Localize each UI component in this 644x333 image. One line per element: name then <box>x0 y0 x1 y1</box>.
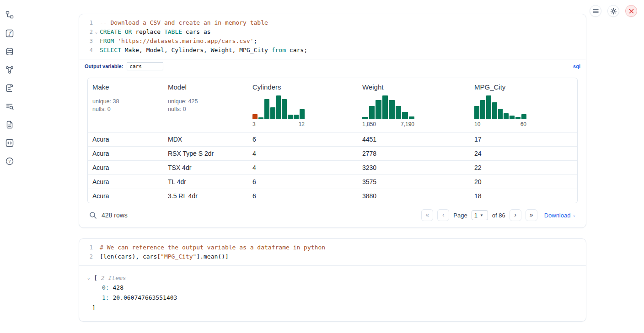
code-line[interactable]: 2[len(cars), cars["MPG_City"].mean()] <box>82 252 582 261</box>
column-header-cylinders[interactable]: Cylinders 3 12 <box>248 78 358 132</box>
table-cell: Acura <box>88 161 163 175</box>
sidebar-item-outline[interactable] <box>5 83 15 93</box>
code-text: -- Download a CSV and create an in-memor… <box>100 18 268 27</box>
cylinders-histogram: 3 12 <box>252 95 305 127</box>
chevron-right-icon: › <box>514 211 516 218</box>
table-cell: 24 <box>470 147 578 161</box>
histogram-bar[interactable] <box>264 99 269 119</box>
sidebar-item-snippets[interactable] <box>5 138 15 148</box>
first-page-button[interactable]: « <box>421 209 433 221</box>
close-button[interactable] <box>625 5 637 17</box>
python-cell: 1# We can reference the output variable … <box>79 238 586 322</box>
column-header-mpg-city[interactable]: MPG_City 10 60 <box>470 78 578 132</box>
table-cell: 2778 <box>358 147 470 161</box>
table-row[interactable]: Acura3.5 RL 4dr6388018 <box>88 189 578 203</box>
last-page-button[interactable]: » <box>526 209 537 221</box>
page-select[interactable]: 1 ▼ <box>472 210 488 220</box>
histogram-bar[interactable] <box>288 115 293 119</box>
python-code-editor[interactable]: 1# We can reference the output variable … <box>79 239 586 266</box>
histogram-bar[interactable] <box>402 112 408 119</box>
code-text: [len(cars), cars["MPG_City"].mean()] <box>100 252 229 261</box>
histogram-bar[interactable] <box>258 117 263 119</box>
histogram-bar[interactable] <box>369 106 375 119</box>
column-header-model[interactable]: Model unique: 425nulls: 0 <box>163 78 248 132</box>
left-sidebar: ƒ <box>5 10 15 166</box>
table-cell: 17 <box>470 132 578 147</box>
table-cell: Acura <box>88 175 163 189</box>
sidebar-item-functions[interactable]: ƒ <box>5 28 15 38</box>
histogram-bar[interactable] <box>474 106 479 119</box>
next-page-button[interactable]: › <box>510 209 521 221</box>
svg-text:?: ? <box>8 159 11 164</box>
code-line[interactable]: 2⌄CREATE OR replace TABLE cars as <box>82 27 582 37</box>
fold-gutter <box>93 37 100 46</box>
file-text-icon <box>5 121 14 129</box>
output-variable-input[interactable] <box>127 62 163 70</box>
histogram-bar[interactable] <box>480 100 485 119</box>
histogram-bar[interactable] <box>515 117 521 119</box>
histogram-bar[interactable] <box>252 114 258 119</box>
table-footer: 428 rows « ‹ Page 1 ▼ of 86 › » Download… <box>87 203 578 227</box>
language-badge: sql <box>573 63 580 69</box>
page-select-value: 1 <box>474 212 478 219</box>
function-icon: ƒ <box>5 29 14 37</box>
column-title: Weight <box>362 83 465 91</box>
histogram-bar[interactable] <box>486 95 491 119</box>
table-cell: 4 <box>248 161 358 175</box>
code-line[interactable]: 3FROM 'https://datasets.marimo.app/cars.… <box>82 37 582 46</box>
table-cell: 20 <box>470 175 578 189</box>
menu-button[interactable] <box>590 5 601 17</box>
sidebar-item-help[interactable]: ? <box>5 156 15 166</box>
code-line[interactable]: 4SELECT Make, Model, Cylinders, Weight, … <box>82 46 582 55</box>
close-bracket: ] <box>87 303 578 313</box>
histogram-bar[interactable] <box>376 100 381 119</box>
sql-code-editor[interactable]: 1-- Download a CSV and create an in-memo… <box>79 14 586 59</box>
histogram-bar[interactable] <box>294 115 299 119</box>
histogram-bar[interactable] <box>521 114 526 119</box>
mpg-city-histogram: 10 60 <box>474 95 526 127</box>
sidebar-item-dependency-graph[interactable] <box>5 65 15 75</box>
hamburger-menu-icon <box>593 8 599 14</box>
table-cell: RSX Type S 2dr <box>163 147 248 161</box>
histogram-bar[interactable] <box>382 95 388 119</box>
collapse-chevron-icon[interactable]: ⌄ <box>87 273 94 283</box>
histogram-bar[interactable] <box>270 107 275 119</box>
histogram-bar[interactable] <box>389 100 395 119</box>
help-circle-icon: ? <box>5 157 14 165</box>
column-stats: unique: 38nulls: 0 <box>92 98 159 113</box>
histogram-bar[interactable] <box>504 113 509 119</box>
table-row[interactable]: AcuraTL 4dr6357520 <box>88 175 578 189</box>
file-tree-icon <box>5 11 14 19</box>
column-header-make[interactable]: Make unique: 38nulls: 0 <box>88 78 163 132</box>
line-number: 1 <box>82 243 93 252</box>
column-stat: unique: 38 <box>92 98 159 106</box>
histogram-bar[interactable] <box>362 117 368 119</box>
chevron-down-icon: ⌄ <box>572 213 576 217</box>
table-row[interactable]: AcuraRSX Type S 2dr4277824 <box>88 147 578 161</box>
histogram-bar[interactable] <box>276 95 281 119</box>
histogram-bar[interactable] <box>498 109 503 119</box>
python-output: ⌄ [ 2 Items 0: 4281: 20.060747663551403 … <box>79 266 586 321</box>
histogram-bar[interactable] <box>409 116 415 119</box>
sidebar-item-documentation[interactable] <box>5 120 15 130</box>
search-icon[interactable] <box>89 211 97 219</box>
axis-min-label: 1,850 <box>362 121 376 127</box>
table-row[interactable]: AcuraTSX 4dr4323022 <box>88 161 578 175</box>
settings-button[interactable] <box>607 5 619 17</box>
previous-page-button[interactable]: ‹ <box>437 209 449 221</box>
sidebar-item-logs[interactable] <box>5 101 15 111</box>
fold-chevron-icon[interactable]: ⌄ <box>93 27 100 37</box>
sidebar-item-data-sources[interactable] <box>5 47 15 57</box>
sidebar-item-file-explorer[interactable] <box>5 10 15 20</box>
table-row[interactable]: AcuraMDX6445117 <box>88 132 578 147</box>
histogram-bar[interactable] <box>300 109 305 119</box>
histogram-bar[interactable] <box>492 102 497 119</box>
code-line[interactable]: 1# We can reference the output variable … <box>82 243 582 252</box>
histogram-bar[interactable] <box>510 116 515 119</box>
code-line[interactable]: 1-- Download a CSV and create an in-memo… <box>82 18 582 27</box>
column-header-weight[interactable]: Weight 1,850 7,190 <box>358 78 470 132</box>
line-number: 2 <box>82 27 93 37</box>
histogram-bar[interactable] <box>396 106 402 119</box>
histogram-bar[interactable] <box>282 99 287 119</box>
download-button[interactable]: Download ⌄ <box>544 212 576 219</box>
